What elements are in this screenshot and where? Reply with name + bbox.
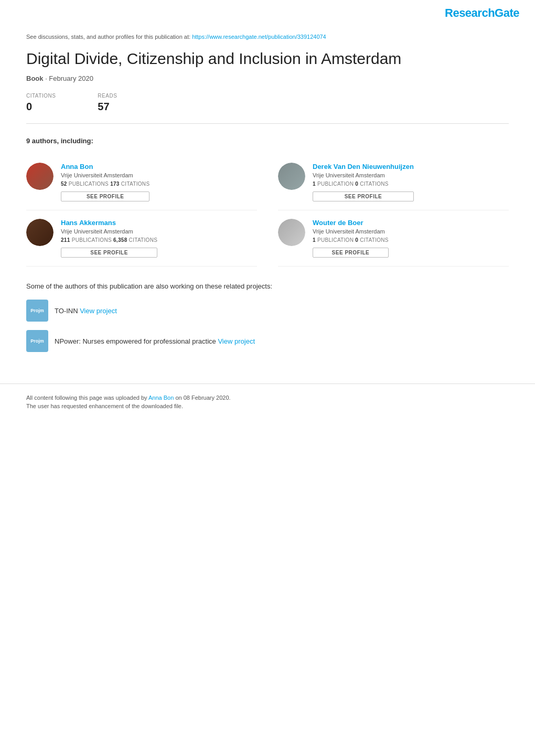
citations-label: CITATIONS <box>26 93 56 99</box>
author-info-3: Wouter de Boer Vrije Universiteit Amster… <box>313 219 389 258</box>
see-profile-button-3[interactable]: SEE PROFILE <box>313 248 389 258</box>
avatar-image-2 <box>26 219 54 246</box>
reads-label: READS <box>98 93 117 99</box>
top-bar: ResearchGate <box>0 0 535 23</box>
project-item-1: Projm NPower: Nurses empowered for profe… <box>26 330 509 352</box>
author-institution-0: Vrije Universiteit Amsterdam <box>61 172 149 178</box>
author-name-0[interactable]: Anna Bon <box>61 163 149 171</box>
avatar-image-1 <box>278 163 305 190</box>
book-date: Book · February 2020 <box>26 74 509 82</box>
author-info-2: Hans Akkermans Vrije Universiteit Amster… <box>61 219 157 258</box>
author-avatar-3 <box>278 219 305 246</box>
author-name-1[interactable]: Derek Van Den Nieuwenhuijzen <box>313 163 414 171</box>
brand-logo[interactable]: ResearchGate <box>445 6 519 20</box>
citations-stat: CITATIONS 0 <box>26 93 56 113</box>
project-view-link-1[interactable]: View project <box>218 337 255 345</box>
publication-link[interactable]: https://www.researchgate.net/publication… <box>192 34 326 40</box>
author-stats-1: 1 PUBLICATION 0 CITATIONS <box>313 181 414 187</box>
project-badge-0: Projm <box>26 300 48 322</box>
author-avatar-1 <box>278 163 305 190</box>
main-content: See discussions, stats, and author profi… <box>0 23 535 352</box>
related-projects-label: Some of the authors of this publication … <box>26 282 509 290</box>
avatar-image-3 <box>278 219 305 246</box>
footer-upload-line: All content following this page was uplo… <box>26 395 509 401</box>
author-card-1: Derek Van Den Nieuwenhuijzen Vrije Unive… <box>278 154 509 210</box>
author-stats-2: 211 PUBLICATIONS 6,358 CITATIONS <box>61 237 157 243</box>
author-stats-3: 1 PUBLICATION 0 CITATIONS <box>313 237 389 243</box>
author-stats-0: 52 PUBLICATIONS 173 CITATIONS <box>61 181 149 187</box>
project-badge-1: Projm <box>26 330 48 352</box>
page-title: Digital Divide, Citizenship and Inclusio… <box>26 49 509 68</box>
see-profile-button-0[interactable]: SEE PROFILE <box>61 191 149 201</box>
footer-uploader-link[interactable]: Anna Bon <box>148 395 174 401</box>
see-profile-button-2[interactable]: SEE PROFILE <box>61 248 157 258</box>
reads-stat: READS 57 <box>98 93 117 113</box>
author-name-2[interactable]: Hans Akkermans <box>61 219 157 227</box>
author-info-1: Derek Van Den Nieuwenhuijzen Vrije Unive… <box>313 163 414 201</box>
reads-value: 57 <box>98 101 109 112</box>
author-institution-3: Vrije Universiteit Amsterdam <box>313 228 389 235</box>
project-view-link-0[interactable]: View project <box>80 307 117 315</box>
citations-value: 0 <box>26 101 32 112</box>
author-avatar-0 <box>26 163 54 190</box>
author-avatar-2 <box>26 219 54 246</box>
authors-grid: Anna Bon Vrije Universiteit Amsterdam 52… <box>26 154 509 267</box>
author-card-2: Hans Akkermans Vrije Universiteit Amster… <box>26 210 257 267</box>
project-item-0: Projm TO-INN View project <box>26 300 509 322</box>
author-institution-2: Vrije Universiteit Amsterdam <box>61 228 157 235</box>
see-profile-button-1[interactable]: SEE PROFILE <box>313 191 414 201</box>
authors-label: 9 authors, including: <box>26 137 509 145</box>
project-text-1: NPower: Nurses empowered for professiona… <box>55 337 255 345</box>
author-card-3: Wouter de Boer Vrije Universiteit Amster… <box>278 210 509 267</box>
footer-bar: All content following this page was uplo… <box>0 384 535 422</box>
author-institution-1: Vrije Universiteit Amsterdam <box>313 172 414 178</box>
author-name-3[interactable]: Wouter de Boer <box>313 219 389 227</box>
project-text-0: TO-INN View project <box>55 307 117 315</box>
footer-user-note: The user has requested enhancement of th… <box>26 403 509 409</box>
see-discussions-notice: See discussions, stats, and author profi… <box>26 34 509 40</box>
author-info-0: Anna Bon Vrije Universiteit Amsterdam 52… <box>61 163 149 201</box>
stats-row: CITATIONS 0 READS 57 <box>26 93 509 124</box>
avatar-image-0 <box>26 163 54 190</box>
author-card-0: Anna Bon Vrije Universiteit Amsterdam 52… <box>26 154 257 210</box>
